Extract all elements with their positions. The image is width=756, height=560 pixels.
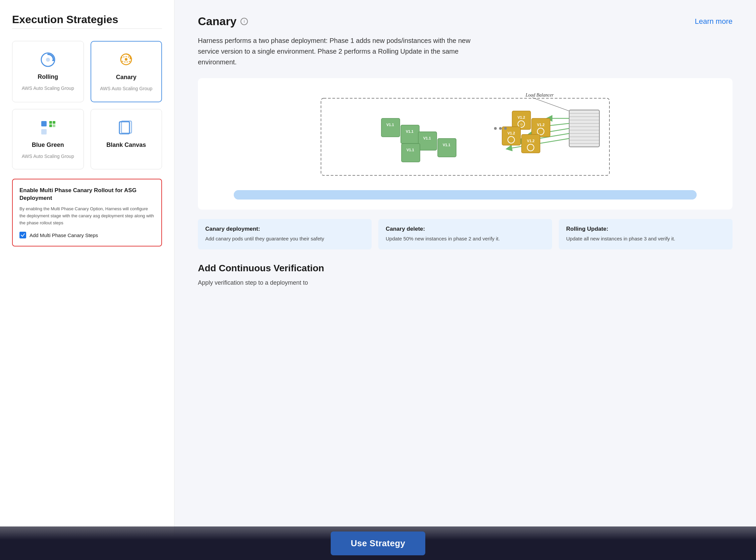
strategy-card-rolling[interactable]: Rolling AWS Auto Scaling Group	[12, 41, 84, 102]
cv-desc: Apply verification step to a deployment …	[198, 278, 733, 287]
diagram-svg-wrap: Load Balancer	[208, 88, 722, 182]
phase-0-desc: Add canary pods until they guarantee you…	[205, 235, 364, 243]
svg-rect-39	[532, 118, 550, 137]
multi-phase-desc: By enabling the Multi Phase Canary Optio…	[19, 205, 155, 226]
svg-text:V1.1: V1.1	[406, 148, 414, 152]
svg-rect-13	[41, 129, 47, 135]
divider	[12, 28, 162, 29]
bottom-bar: Use Strategy	[0, 526, 756, 560]
page-title: Execution Strategies	[12, 14, 162, 26]
right-panel: Canary i Learn more Harness performs a t…	[174, 0, 756, 560]
svg-line-18	[532, 98, 569, 111]
svg-text:⊙: ⊙	[520, 123, 523, 126]
svg-text:Load Balancer: Load Balancer	[525, 93, 554, 98]
blankcanvas-icon	[118, 120, 134, 136]
svg-rect-10	[53, 121, 55, 124]
phase-1-title: Canary delete:	[386, 226, 545, 233]
svg-rect-52	[418, 132, 437, 150]
phase-0-title: Canary deployment:	[205, 226, 364, 233]
svg-rect-45	[521, 135, 540, 153]
multi-phase-checkbox[interactable]	[19, 232, 26, 238]
phase-box-0: Canary deployment: Add canary pods until…	[198, 219, 372, 249]
canary-description: Harness performs a two phase deployment:…	[198, 35, 473, 67]
svg-text:V1.2: V1.2	[537, 123, 545, 127]
checkbox-row: Add Multi Phase Canary Steps	[19, 232, 155, 238]
svg-rect-54	[438, 139, 456, 157]
rolling-icon	[40, 52, 56, 68]
canary-label: Canary	[116, 74, 137, 81]
right-header: Canary i Learn more	[198, 15, 733, 28]
phase-box-1: Canary delete: Update 50% new instances …	[378, 219, 552, 249]
canary-icon	[118, 52, 134, 68]
svg-rect-56	[401, 143, 420, 162]
bluegreen-sublabel: AWS Auto Scaling Group	[22, 153, 74, 160]
svg-rect-11	[49, 124, 52, 127]
svg-rect-19	[569, 110, 599, 147]
progress-bar	[234, 190, 697, 200]
bluegreen-icon	[40, 120, 56, 136]
learn-more-link[interactable]: Learn more	[695, 17, 733, 26]
svg-text:V1.1: V1.1	[386, 123, 394, 127]
info-icon[interactable]: i	[240, 18, 248, 25]
multi-phase-title: Enable Multi Phase Canary Rollout for AS…	[19, 187, 155, 202]
canary-title-row: Canary i	[198, 15, 248, 28]
rolling-sublabel: AWS Auto Scaling Group	[22, 85, 74, 92]
checkmark-icon	[20, 233, 25, 237]
strategy-grid: Rolling AWS Auto Scaling Group Canary AW…	[12, 41, 162, 169]
svg-text:V1.2: V1.2	[508, 131, 515, 135]
bluegreen-icon-wrap	[39, 119, 57, 137]
svg-rect-12	[53, 124, 55, 127]
phase-box-2: Rolling Update: Update all new instances…	[559, 219, 733, 249]
svg-text:V1.2: V1.2	[527, 139, 535, 143]
strategy-card-blank[interactable]: Blank Canvas	[91, 109, 162, 170]
svg-point-60	[504, 127, 507, 130]
svg-text:V1.1: V1.1	[423, 136, 431, 140]
phase-boxes: Canary deployment: Add canary pods until…	[198, 219, 733, 249]
svg-text:V1.1: V1.1	[443, 143, 451, 147]
svg-rect-48	[381, 118, 400, 137]
svg-point-59	[499, 127, 502, 130]
use-strategy-button[interactable]: Use Strategy	[331, 532, 425, 555]
rolling-icon-wrap	[39, 51, 57, 69]
rolling-label: Rolling	[38, 74, 58, 80]
svg-point-2	[46, 58, 50, 62]
blank-icon-wrap	[117, 119, 135, 137]
canary-diagram: Load Balancer	[314, 88, 616, 182]
svg-text:V1.1: V1.1	[406, 129, 414, 134]
canary-sublabel: AWS Auto Scaling Group	[100, 85, 152, 92]
phase-2-desc: Update all new instances in phase 3 and …	[566, 235, 725, 243]
blank-label: Blank Canvas	[106, 141, 146, 148]
phase-2-title: Rolling Update:	[566, 226, 725, 233]
checkbox-label: Add Multi Phase Canary Steps	[29, 233, 98, 238]
left-panel: Execution Strategies Rolling AWS Auto Sc…	[0, 0, 174, 560]
cv-title: Add Continuous Verification	[198, 263, 733, 274]
svg-point-5	[125, 58, 127, 61]
progress-bar-fill	[234, 190, 697, 200]
multi-phase-box: Enable Multi Phase Canary Rollout for AS…	[12, 179, 162, 246]
strategy-card-canary[interactable]: Canary AWS Auto Scaling Group	[91, 41, 162, 102]
phase-1-desc: Update 50% new instances in phase 2 and …	[386, 235, 545, 243]
svg-rect-8	[42, 122, 45, 124]
svg-text:V1.2: V1.2	[518, 115, 525, 119]
canary-title: Canary	[198, 15, 236, 28]
svg-rect-50	[401, 125, 419, 143]
diagram-area: Load Balancer	[198, 78, 733, 209]
strategy-card-bluegreen[interactable]: Blue Green AWS Auto Scaling Group	[12, 109, 84, 170]
canary-icon-wrap	[117, 51, 135, 69]
svg-rect-9	[49, 121, 52, 124]
cv-section: Add Continuous Verification Apply verifi…	[198, 263, 733, 287]
bluegreen-label: Blue Green	[32, 141, 64, 148]
svg-point-58	[494, 127, 497, 130]
